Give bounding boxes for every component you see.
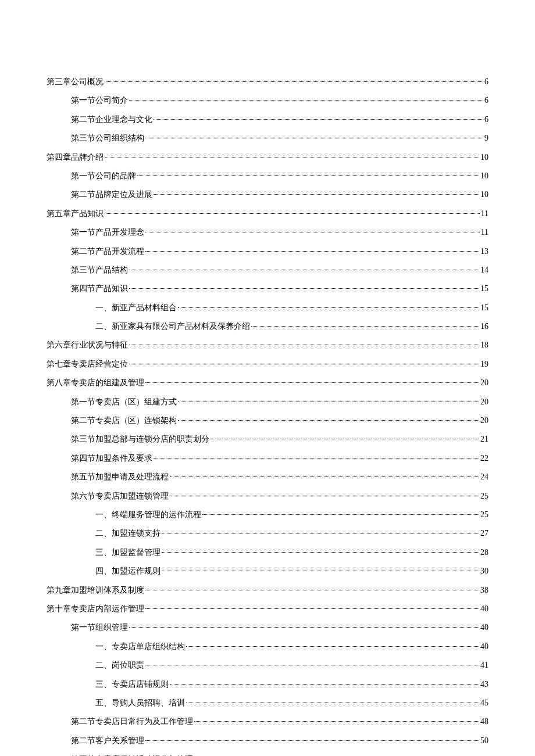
toc-entry[interactable]: 一、新亚产品材料组合15 bbox=[47, 302, 488, 314]
toc-entry[interactable]: 第六节专卖店加盟连锁管理25 bbox=[47, 490, 488, 503]
toc-entry[interactable]: 第一节产品开发理念11 bbox=[47, 226, 488, 239]
toc-leader-dots bbox=[162, 533, 479, 533]
toc-entry[interactable]: 第三节公司组织结构9 bbox=[47, 132, 488, 145]
toc-entry-page: 48 bbox=[480, 715, 488, 728]
toc-leader-dots bbox=[145, 608, 479, 609]
toc-entry-title: 第九章加盟培训体系及制度 bbox=[47, 584, 144, 597]
toc-entry-title: 三、加盟监督管理 bbox=[95, 546, 160, 559]
toc-entry[interactable]: 一、专卖店单店组织结构40 bbox=[47, 640, 488, 653]
toc-entry-page: 18 bbox=[480, 339, 488, 352]
toc-entry[interactable]: 第三节专卖店促销活动运作与管理53 bbox=[47, 753, 488, 756]
toc-entry[interactable]: 第二节专卖店（区）连锁架构20 bbox=[47, 414, 488, 427]
toc-entry-page: 11 bbox=[481, 226, 488, 239]
toc-entry-page: 24 bbox=[480, 471, 488, 483]
table-of-contents: 第三章公司概况6第一节公司简介6第二节企业理念与文化6第三节公司组织结构9第四章… bbox=[47, 76, 488, 756]
toc-entry-page: 10 bbox=[480, 170, 488, 182]
toc-entry[interactable]: 第四节产品知识15 bbox=[47, 282, 488, 295]
toc-entry-title: 三、专卖店店铺规则 bbox=[95, 678, 169, 691]
toc-entry-page: 43 bbox=[480, 678, 488, 691]
toc-entry-page: 6 bbox=[484, 94, 488, 107]
toc-entry[interactable]: 三、专卖店店铺规则43 bbox=[47, 678, 488, 691]
toc-entry-page: 50 bbox=[480, 734, 488, 747]
toc-entry[interactable]: 第六章行业状况与特征18 bbox=[47, 339, 488, 352]
toc-entry-title: 第六章行业状况与特征 bbox=[47, 339, 128, 352]
toc-entry-title: 第三节专卖店促销活动运作与管理 bbox=[71, 753, 193, 756]
toc-leader-dots bbox=[105, 157, 479, 157]
toc-entry[interactable]: 第三节产品结构14 bbox=[47, 264, 488, 277]
toc-entry[interactable]: 第七章专卖店经营定位19 bbox=[47, 358, 488, 371]
toc-leader-dots bbox=[170, 476, 479, 477]
toc-leader-dots bbox=[129, 627, 479, 628]
toc-leader-dots bbox=[145, 665, 479, 665]
toc-entry[interactable]: 二、新亚家具有限公司产品材料及保养介绍16 bbox=[47, 320, 488, 333]
toc-entry-page: 22 bbox=[480, 452, 488, 465]
toc-leader-dots bbox=[186, 703, 479, 703]
toc-entry-title: 四、加盟运作规则 bbox=[95, 565, 160, 578]
toc-leader-dots bbox=[154, 119, 483, 120]
toc-entry-title: 第八章专卖店的组建及管理 bbox=[47, 377, 144, 389]
toc-leader-dots bbox=[145, 251, 479, 252]
toc-leader-dots bbox=[154, 194, 479, 195]
toc-entry-title: 第三节产品结构 bbox=[71, 264, 128, 277]
toc-entry-page: 20 bbox=[480, 396, 488, 409]
toc-entry[interactable]: 第一节公司简介6 bbox=[47, 94, 488, 107]
toc-entry-page: 40 bbox=[480, 640, 488, 653]
toc-leader-dots bbox=[162, 571, 479, 571]
toc-entry[interactable]: 第一节组织管理40 bbox=[47, 621, 488, 634]
toc-entry[interactable]: 第二节企业理念与文化6 bbox=[47, 113, 488, 126]
toc-entry-title: 第七章专卖店经营定位 bbox=[47, 358, 128, 371]
toc-entry[interactable]: 第二节专卖店日常行为及工作管理48 bbox=[47, 715, 488, 728]
toc-leader-dots bbox=[145, 232, 480, 232]
toc-entry[interactable]: 二、岗位职责41 bbox=[47, 659, 488, 672]
toc-leader-dots bbox=[105, 213, 480, 214]
toc-leader-dots bbox=[211, 439, 479, 439]
toc-leader-dots bbox=[186, 646, 479, 647]
toc-leader-dots bbox=[129, 288, 479, 289]
toc-entry-page: 10 bbox=[480, 188, 488, 201]
toc-entry-title: 第三节公司组织结构 bbox=[71, 132, 144, 145]
toc-entry[interactable]: 第十章专卖店内部运作管理40 bbox=[47, 603, 488, 615]
toc-entry-page: 6 bbox=[484, 113, 488, 126]
toc-entry[interactable]: 第四章品牌介绍10 bbox=[47, 151, 488, 164]
toc-leader-dots bbox=[145, 740, 479, 741]
toc-entry-page: 27 bbox=[480, 527, 488, 540]
toc-leader-dots bbox=[105, 81, 483, 82]
toc-entry-page: 45 bbox=[480, 697, 488, 710]
toc-entry[interactable]: 三、加盟监督管理28 bbox=[47, 546, 488, 559]
toc-entry-title: 第二节品牌定位及进展 bbox=[71, 188, 152, 201]
toc-entry-title: 第五节加盟申请及处理流程 bbox=[71, 471, 169, 483]
toc-entry[interactable]: 二、加盟连锁支持27 bbox=[47, 527, 488, 540]
toc-entry-page: 20 bbox=[480, 414, 488, 427]
toc-entry-title: 二、新亚家具有限公司产品材料及保养介绍 bbox=[95, 320, 250, 333]
toc-entry-title: 第四节产品知识 bbox=[71, 282, 128, 295]
toc-entry-page: 38 bbox=[480, 584, 488, 597]
toc-entry[interactable]: 第九章加盟培训体系及制度38 bbox=[47, 584, 488, 597]
toc-entry[interactable]: 第二节产品开发流程13 bbox=[47, 245, 488, 258]
toc-leader-dots bbox=[137, 175, 479, 176]
toc-entry-title: 第一节产品开发理念 bbox=[71, 226, 144, 239]
toc-entry[interactable]: 第三章公司概况6 bbox=[47, 76, 488, 88]
toc-leader-dots bbox=[170, 684, 479, 685]
toc-entry[interactable]: 第二节品牌定位及进展10 bbox=[47, 188, 488, 201]
toc-entry-page: 53 bbox=[480, 753, 488, 756]
toc-entry-page: 20 bbox=[480, 377, 488, 389]
toc-entry[interactable]: 一、终端服务管理的运作流程25 bbox=[47, 508, 488, 521]
toc-leader-dots bbox=[145, 382, 479, 383]
toc-entry-page: 30 bbox=[480, 565, 488, 578]
toc-entry[interactable]: 第二节客户关系管理50 bbox=[47, 734, 488, 747]
toc-leader-dots bbox=[145, 590, 479, 590]
toc-entry-page: 6 bbox=[484, 76, 488, 88]
toc-entry[interactable]: 第五节加盟申请及处理流程24 bbox=[47, 471, 488, 483]
toc-entry-page: 21 bbox=[480, 433, 488, 446]
toc-entry[interactable]: 五、导购人员招聘、培训45 bbox=[47, 697, 488, 710]
toc-leader-dots bbox=[129, 345, 479, 345]
toc-entry-page: 16 bbox=[480, 320, 488, 333]
toc-entry[interactable]: 第五章产品知识11 bbox=[47, 207, 488, 220]
toc-entry[interactable]: 第一节公司的品牌10 bbox=[47, 170, 488, 182]
toc-entry[interactable]: 四、加盟运作规则30 bbox=[47, 565, 488, 578]
toc-entry[interactable]: 第三节加盟总部与连锁分店的职责划分21 bbox=[47, 433, 488, 446]
toc-entry-page: 11 bbox=[481, 207, 488, 220]
toc-entry[interactable]: 第一节专卖店（区）组建方式20 bbox=[47, 396, 488, 409]
toc-entry[interactable]: 第四节加盟条件及要求22 bbox=[47, 452, 488, 465]
toc-entry[interactable]: 第八章专卖店的组建及管理20 bbox=[47, 377, 488, 389]
